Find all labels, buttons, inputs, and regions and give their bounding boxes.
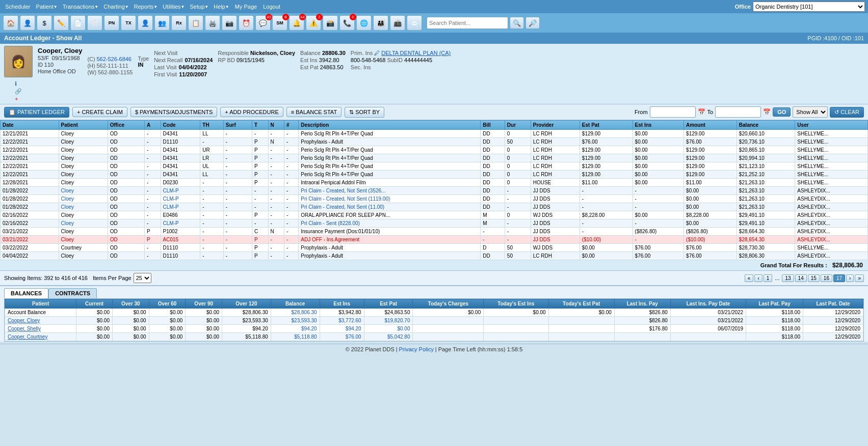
col-date[interactable]: Date [1,121,59,130]
col-th[interactable]: TH [200,121,223,130]
page-next-button[interactable]: › [846,274,854,282]
page-last-button[interactable]: » [855,274,864,282]
page-first-button[interactable]: « [745,274,754,282]
printer-icon[interactable]: 🖨️ [205,15,220,31]
bell-icon[interactable]: 🔔44 [289,15,304,31]
col-estins[interactable]: Est Ins [633,121,683,130]
camera-icon[interactable]: 📸 [323,15,338,31]
balance-stat-button[interactable]: ≡ BALANCE STAT [286,107,341,117]
info-icon[interactable]: ℹ [15,80,22,87]
page-13-button[interactable]: 13 [782,274,794,282]
scan-icon[interactable]: 📷 [222,15,237,31]
dollar-icon[interactable]: $ [37,15,52,31]
page-prev-button[interactable]: ‹ [754,274,762,282]
page-17-button[interactable]: 17 [833,274,845,282]
col-patient[interactable]: Patient [59,121,108,130]
group-icon[interactable]: 👨‍👩‍👧 [373,15,388,31]
mail-icon[interactable]: ✉️ [407,15,422,31]
page-14-button[interactable]: 14 [795,274,807,282]
alert-icon[interactable]: ⚠️2 [306,15,321,31]
page-15-button[interactable]: 15 [808,274,820,282]
col-balance[interactable]: Balance [737,121,795,130]
col-a[interactable]: A [145,121,161,130]
items-per-page-select[interactable]: 25 [134,273,151,283]
add-procedure-button[interactable]: + ADD PROCEDURE [220,107,283,117]
col-provider[interactable]: Provider [531,121,580,130]
col-n[interactable]: N [268,121,284,130]
col-office[interactable]: Office [108,121,144,130]
go-button[interactable]: GO [773,107,791,117]
to-calendar-icon[interactable]: 📅 [763,108,771,116]
col-surf[interactable]: Surf [223,121,252,130]
bal-col-over60: Over 60 [149,299,186,309]
clear-button[interactable]: ↺ CLEAR [830,107,864,118]
show-all-select[interactable]: Show All [793,106,828,118]
from-calendar-icon[interactable]: 📅 [698,108,705,116]
col-dur[interactable]: Dur [505,121,531,130]
search-input[interactable] [427,17,508,29]
sort-by-button[interactable]: ⇅ SORT BY [345,107,384,118]
pn-icon[interactable]: PN [104,15,119,31]
nav-logout[interactable]: Logout [261,3,282,10]
page-1-button[interactable]: 1 [764,274,773,282]
privacy-policy-link[interactable]: Privacy Policy [399,346,434,352]
col-user[interactable]: User [795,121,868,130]
prim-ins-link[interactable]: DELTA DENTAL PLAN (CA) [381,50,451,56]
create-claim-button[interactable]: + CREATE CLAIM [72,107,127,117]
from-date-input[interactable] [650,106,696,118]
col-bill[interactable]: Bill [481,121,505,130]
table-row: 12/22/2021CloeyOD-D4341LR-P--Perio Sclg … [1,154,868,162]
patient-info-panel: 👩 ℹ 🔗 + Cooper, Cloey 53/F 09/15/1968 ID… [0,44,868,104]
nav-transactions[interactable]: Transactions [61,3,100,10]
add-icon[interactable]: + [15,96,22,102]
nav-help[interactable]: Help [212,3,231,10]
nav-reports[interactable]: Reports [133,3,159,10]
rx-icon[interactable]: Rx [171,15,187,31]
payments-adjustments-button[interactable]: $ PAYMENTS/ADJUSTMENTS [130,107,217,117]
nav-utilities[interactable]: Utilities [161,3,186,10]
tooth-icon[interactable]: 🦷 [87,15,102,31]
paging-row: Showing Items: 392 to 416 of 416 Items P… [0,271,868,286]
search-advanced-icon[interactable]: 🔎 [525,17,540,29]
nav-charting[interactable]: Charting [102,3,130,10]
fax-icon[interactable]: 📠 [390,15,405,31]
page-16-button[interactable]: 16 [821,274,832,282]
col-hash[interactable]: # [284,121,299,130]
bal-col-balance: Balance [271,299,320,309]
col-description[interactable]: Description [299,121,481,130]
edit-icon[interactable]: ✏️ [54,15,69,31]
balances-header-row: Patient Current Over 30 Over 60 Over 90 … [5,299,863,309]
web-icon[interactable]: 🌐 [356,15,372,31]
nav-mypage[interactable]: My Page [233,3,259,10]
patient-icon[interactable]: 👤 [20,15,35,31]
patient-ledger-button[interactable]: 📋 PATIENT LEDGER [4,107,69,118]
msg-icon[interactable]: 💬40 [255,15,271,31]
balances-tab[interactable]: BALANCES [4,288,48,298]
col-amount[interactable]: Amount [684,121,737,130]
tx-icon[interactable]: TX [121,15,136,31]
search-button[interactable]: 🔍 [510,17,524,29]
date-range-wrap: From 📅 To 📅 GO Show All ↺ CLEAR [635,106,864,118]
col-t[interactable]: T [252,121,268,130]
clock-icon[interactable]: ⏰ [239,15,254,31]
phone-icon[interactable]: 📞0 [339,15,355,31]
avatar: 👩 [4,46,33,77]
nav-patient[interactable]: Patient [35,3,59,10]
sm-icon[interactable]: SM0 [272,15,287,31]
nav-scheduler[interactable]: Scheduler [3,3,33,10]
col-code[interactable]: Code [161,121,200,130]
nav-setup[interactable]: Setup [189,3,211,10]
col-estpat[interactable]: Est Pat [580,121,633,130]
link-icon[interactable]: 🔗 [15,88,22,95]
form-icon[interactable]: 📋 [188,15,203,31]
prim-ins-edit-icon[interactable]: 🖊 [374,50,381,56]
person1-icon[interactable]: 👤 [138,15,153,31]
office-select[interactable]: Organic Dentistry [101] [753,2,865,12]
doc-icon[interactable]: 📄 [70,15,86,31]
patient-name[interactable]: Cooper, Cloey [38,47,82,54]
contracts-tab[interactable]: CONTRACTS [48,288,97,298]
person2-icon[interactable]: 👥 [154,15,170,31]
to-date-input[interactable] [715,106,761,118]
home-icon[interactable]: 🏠 [3,15,18,31]
phone-c-link[interactable]: 562-526-6846 [96,56,131,62]
